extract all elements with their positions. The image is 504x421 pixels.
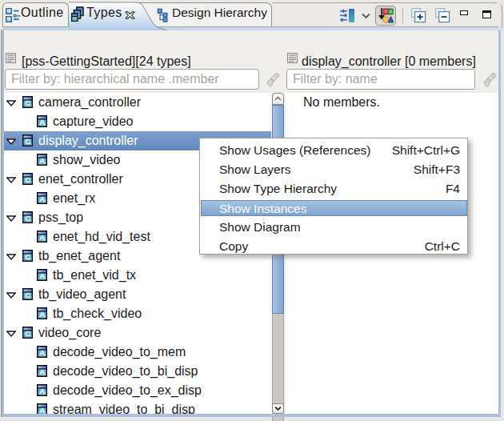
svg-text:A: A: [39, 118, 45, 126]
svg-text:A: A: [39, 348, 45, 357]
svg-text:C: C: [25, 175, 30, 184]
svg-text:C: C: [25, 98, 30, 107]
svg-text:C: C: [25, 137, 30, 146]
svg-text:A: A: [39, 233, 45, 242]
svg-text:C: C: [25, 291, 30, 299]
svg-text:A: A: [39, 156, 45, 165]
svg-text:A: A: [39, 367, 45, 376]
svg-text:C: C: [25, 252, 30, 261]
svg-text:A: A: [39, 387, 45, 395]
svg-text:A: A: [39, 271, 45, 280]
svg-text:A: A: [39, 194, 45, 203]
svg-text:C: C: [25, 329, 30, 338]
svg-text:C: C: [25, 214, 30, 223]
svg-text:A: A: [39, 310, 45, 319]
